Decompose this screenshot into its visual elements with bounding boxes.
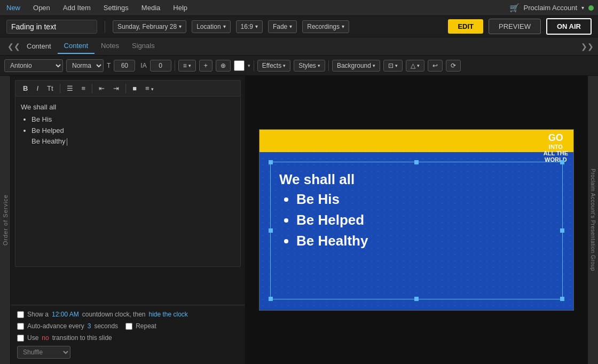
- countdown-hide-link[interactable]: hide the clock: [148, 311, 187, 318]
- order-of-service-label[interactable]: Order of Service: [2, 194, 9, 246]
- text-align-button[interactable]: ≡ ▾: [142, 83, 157, 94]
- indent-more-button[interactable]: ⇥: [110, 83, 122, 94]
- undo-button[interactable]: ↩: [428, 60, 443, 72]
- handle-tl[interactable]: [269, 160, 273, 164]
- countdown-text2: countdown clock, then: [82, 311, 146, 318]
- autoadvance-text: Auto-advance every: [27, 322, 84, 330]
- styles-button[interactable]: Styles ▾: [294, 60, 325, 72]
- transition-checkbox[interactable]: [17, 335, 24, 342]
- repeat-checkbox[interactable]: [125, 323, 132, 330]
- size-icon: T: [107, 62, 111, 69]
- transition-no-link[interactable]: no: [42, 334, 49, 342]
- handle-mid-top[interactable]: [414, 160, 419, 164]
- repeat-label: Repeat: [136, 322, 156, 330]
- crop-chevron: ▾: [395, 63, 398, 68]
- color-swatch[interactable]: [234, 60, 245, 71]
- date-dropdown[interactable]: Sunday, February 28 ▾: [113, 20, 186, 33]
- menu-new[interactable]: New: [4, 3, 22, 13]
- numbered-list-button[interactable]: ≡: [78, 83, 89, 94]
- autoadvance-checkbox[interactable]: [17, 323, 24, 330]
- slide-bullet-1: Be His: [296, 189, 554, 210]
- tab-content[interactable]: Content: [58, 38, 95, 54]
- handle-bl[interactable]: [269, 297, 273, 301]
- effects-chevron: ▾: [283, 63, 286, 68]
- countdown-text1: Show a: [27, 311, 49, 318]
- italic-button[interactable]: I: [33, 83, 42, 94]
- account-label[interactable]: Proclaim Account: [524, 4, 577, 12]
- smallcaps-button[interactable]: Tt: [44, 83, 57, 94]
- font-select[interactable]: Antonio: [4, 59, 63, 72]
- indent-less-button[interactable]: ⇤: [96, 83, 108, 94]
- tab-notes[interactable]: Notes: [95, 38, 125, 54]
- highlight-icon: ■: [132, 84, 137, 92]
- highlight-button[interactable]: ■: [129, 83, 140, 94]
- styles-label: Styles: [298, 62, 316, 69]
- text-line1: We shall all: [21, 102, 235, 113]
- logo-go: GO: [544, 133, 568, 144]
- slide-preview[interactable]: GO INTO ALL THE WORLD We shall all Be Hi…: [259, 129, 574, 311]
- autoadvance-seconds[interactable]: 3: [88, 322, 91, 330]
- text-area[interactable]: We shall all Be His Be Helped Be Healthy: [15, 96, 241, 267]
- tab-signals[interactable]: Signals: [125, 38, 161, 54]
- handle-mid-right[interactable]: [560, 228, 564, 233]
- main-content: Order of Service B I Tt ☰ ≡ ⇤: [0, 76, 598, 364]
- fade-dropdown[interactable]: Fade ▾: [268, 20, 297, 33]
- handle-tr[interactable]: [560, 160, 564, 164]
- line-height-input[interactable]: [150, 60, 171, 72]
- aspect-dropdown[interactable]: 16:9 ▾: [236, 20, 263, 33]
- style-select[interactable]: Normal: [66, 59, 104, 72]
- shuffle-select[interactable]: Shuffle: [17, 346, 70, 359]
- text-editor: B I Tt ☰ ≡ ⇤ ⇥ ■: [11, 76, 245, 305]
- right-sidebar-label[interactable]: Proclaim Account's Presentation Group: [589, 169, 596, 271]
- collapse-left-button[interactable]: ❮❮: [4, 41, 23, 52]
- font-size-input[interactable]: [114, 60, 135, 72]
- separator: [105, 21, 105, 33]
- on-air-button[interactable]: ON AIR: [546, 18, 592, 35]
- separator: [60, 84, 60, 93]
- shuffle-row: Shuffle: [17, 346, 239, 359]
- transition-text2: transition to this slide: [52, 334, 112, 342]
- slide-header-bar: [259, 130, 573, 152]
- shape-chevron: ▾: [417, 63, 420, 68]
- recordings-dropdown[interactable]: Recordings ▾: [302, 20, 349, 33]
- text-bullet1: Be His: [32, 114, 235, 125]
- autoadvance-row: Auto-advance every 3 seconds Repeat: [17, 322, 239, 330]
- effects-button[interactable]: Effects ▾: [257, 60, 290, 72]
- crop-icon: ⊡: [388, 62, 394, 69]
- transition-text1: Use: [27, 334, 38, 342]
- preview-button[interactable]: PREVIEW: [489, 19, 541, 34]
- countdown-checkbox[interactable]: [17, 311, 24, 318]
- crop-button[interactable]: ⊡ ▾: [383, 60, 403, 72]
- separator2: [254, 60, 254, 71]
- handle-br[interactable]: [560, 297, 564, 301]
- slide-title-input[interactable]: [6, 20, 97, 34]
- add-button[interactable]: +: [199, 60, 213, 72]
- logo-into: INTO: [544, 144, 568, 150]
- menu-media[interactable]: Media: [139, 3, 162, 13]
- countdown-row: Show a 12:00 AM countdown clock, then hi…: [17, 311, 239, 318]
- collapse-right-button[interactable]: ❯❯: [581, 42, 594, 51]
- background-button[interactable]: Background ▾: [332, 60, 380, 72]
- location-dropdown[interactable]: Location ▾: [192, 20, 230, 33]
- menu-bar: New Open Add Item Settings Media Help 🛒 …: [0, 0, 598, 16]
- handle-mid-bottom[interactable]: [414, 297, 419, 301]
- menu-settings[interactable]: Settings: [101, 3, 131, 13]
- shape-button[interactable]: △ ▾: [406, 60, 424, 72]
- insert-button[interactable]: ⊕: [216, 60, 231, 72]
- slide-bullet-2: Be Helped: [296, 210, 554, 231]
- align-button[interactable]: ≡ ▾: [178, 60, 196, 72]
- menu-add-item[interactable]: Add Item: [61, 3, 93, 13]
- menu-open[interactable]: Open: [31, 3, 52, 13]
- cart-icon[interactable]: 🛒: [509, 3, 520, 13]
- countdown-time[interactable]: 12:00 AM: [52, 311, 79, 318]
- autoadvance-unit: seconds: [94, 322, 118, 330]
- slide-text-box[interactable]: We shall all Be His Be Helped Be Healthy: [270, 162, 563, 299]
- bold-button[interactable]: B: [20, 83, 31, 94]
- right-sidebar: Proclaim Account's Presentation Group: [587, 76, 598, 364]
- handle-mid-left[interactable]: [269, 228, 273, 233]
- bullet-list-button[interactable]: ☰: [64, 83, 76, 94]
- indent-less-icon: ⇤: [99, 84, 105, 92]
- sync-button[interactable]: ⟳: [446, 60, 461, 72]
- edit-button[interactable]: EDIT: [448, 19, 483, 34]
- menu-help[interactable]: Help: [171, 3, 190, 13]
